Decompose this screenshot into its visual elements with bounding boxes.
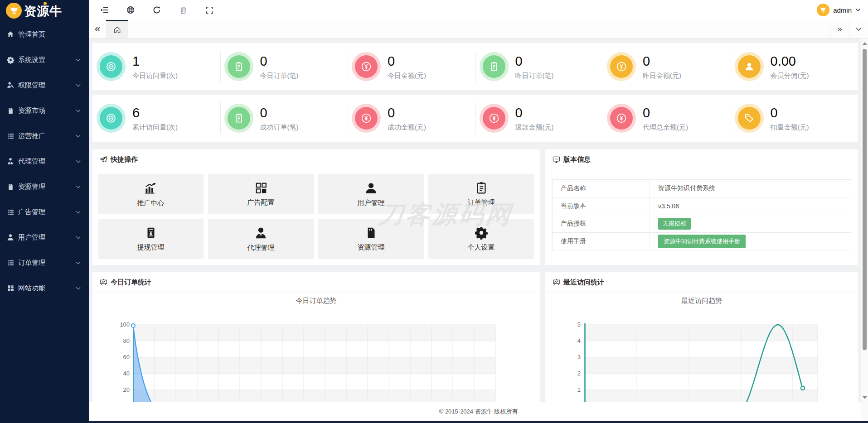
topbar: admin — [89, 0, 868, 20]
sidebar-item-system-settings[interactable]: 系统设置 — [0, 47, 89, 72]
stat-value: 0 — [388, 53, 426, 69]
app-logo[interactable]: 资源牛 — [0, 0, 89, 22]
quick-tile-order-mgmt[interactable]: 订单管理 — [428, 174, 534, 214]
stat-value: 0.00 — [771, 53, 809, 69]
stat-value: 0 — [260, 53, 299, 69]
sidebar-item-orders[interactable]: 订单管理 — [0, 250, 89, 275]
list-icon — [6, 132, 15, 140]
tile-label: 代理管理 — [247, 244, 275, 252]
panel-title: 最近访问统计 — [563, 278, 604, 287]
sidebar-item-home[interactable]: 管理首页 — [0, 22, 89, 47]
grid-icon — [6, 284, 15, 292]
scroll-up-icon[interactable] — [863, 42, 867, 45]
tabs-menu-icon[interactable] — [849, 20, 868, 38]
panel-header: 最近访问统计 — [545, 272, 858, 293]
sidebar-item-users[interactable]: 用户管理 — [0, 225, 89, 250]
y-tick: 4 — [545, 337, 581, 344]
sidebar-item-label: 资源管理 — [18, 183, 45, 191]
quick-tile-user-mgmt[interactable]: 用户管理 — [318, 174, 424, 214]
sidebar-item-label: 广告管理 — [18, 208, 45, 216]
tab-home[interactable] — [106, 20, 128, 38]
user-icon — [738, 55, 761, 78]
stat-value: 6 — [132, 105, 178, 120]
manual-link-badge[interactable]: 资源牛知识付费系统使用手册 — [658, 235, 746, 248]
money-yen-icon — [144, 226, 158, 240]
clipboard-icon — [483, 55, 505, 78]
chevron-down-icon — [76, 135, 81, 138]
sidebar-item-operations[interactable]: 运营推广 — [0, 123, 89, 149]
trash-icon[interactable] — [178, 5, 189, 15]
stat-label: 昨日金额(元) — [643, 72, 681, 80]
vertical-scrollbar[interactable] — [861, 38, 868, 421]
y-tick: 80 — [92, 337, 130, 344]
recent-visits-chart — [545, 293, 858, 402]
tile-label: 广告配置 — [247, 198, 275, 207]
quick-tile-withdrawals[interactable]: 提现管理 — [98, 219, 204, 259]
stat-success-orders: 0成功订单(笔) — [220, 95, 348, 142]
sidebar-item-permissions[interactable]: 权限管理 — [0, 72, 89, 98]
sidebar-item-site-features[interactable]: 网站功能 — [0, 275, 89, 301]
chevron-down-icon — [76, 185, 81, 188]
tile-label: 个人设置 — [468, 243, 495, 252]
tile-label: 推广中心 — [137, 199, 165, 207]
stat-label: 代理总余额(元) — [643, 123, 688, 132]
stat-yesterday-amount: 0昨日金额(元) — [603, 43, 731, 90]
tabs-scroll-right-icon[interactable]: » — [830, 20, 849, 38]
sidebar-item-resources[interactable]: 资源管理 — [0, 174, 89, 199]
chart-body: 最近访问趋势 5 4 3 — [545, 293, 858, 402]
quick-tile-agent-mgmt[interactable]: 代理管理 — [208, 219, 314, 259]
chevron-down-icon — [76, 236, 81, 239]
table-row: 产品名称 资源牛知识付费系统 — [553, 180, 851, 197]
sidebar-item-resource-market[interactable]: 资源市场 — [0, 98, 89, 123]
version-info-panel: 版本信息 产品名称 资源牛知识付费系统 当前版本 v3.5.06 产品授权 无需… — [545, 149, 858, 265]
tag-icon — [738, 107, 761, 130]
refresh-icon[interactable] — [151, 5, 162, 15]
scroll-down-icon[interactable] — [863, 396, 867, 399]
scrollbar-thumb[interactable] — [863, 49, 867, 350]
stat-label: 今日访问量(次) — [132, 72, 178, 80]
table-row: 当前版本 v3.5.06 — [553, 197, 851, 215]
tabs-scroll-left-icon[interactable]: « — [89, 20, 106, 38]
stat-label: 退款金额(元) — [515, 123, 554, 132]
sidebar-item-ads[interactable]: 广告管理 — [0, 199, 89, 225]
menu-fold-icon[interactable] — [99, 5, 110, 15]
eye-icon — [100, 107, 122, 130]
y-tick: 1 — [545, 386, 581, 393]
today-orders-chart — [92, 293, 540, 402]
eye-icon — [100, 55, 122, 78]
quick-tile-resource-mgmt[interactable]: 资源管理 — [318, 219, 424, 259]
stat-label: 成功订单(笔) — [260, 123, 299, 132]
stat-value: 0 — [515, 53, 554, 69]
tile-label: 资源管理 — [358, 243, 385, 252]
stat-value: 0 — [643, 53, 681, 69]
stat-yesterday-orders: 0昨日订单(笔) — [475, 43, 603, 90]
username: admin — [833, 6, 852, 14]
stat-agent-balance: 0代理总余额(元) — [603, 95, 731, 142]
user-menu[interactable]: admin — [817, 0, 861, 20]
sidebar-item-agents[interactable]: 代理管理 — [0, 149, 89, 174]
row-value: 资源牛知识付费系统 — [650, 184, 715, 192]
sidebar-item-label: 资源市场 — [18, 106, 45, 115]
quick-tile-promotion[interactable]: 推广中心 — [98, 174, 204, 214]
y-tick: 20 — [92, 386, 130, 393]
stat-today-amount: 0今日金额(元) — [348, 43, 475, 90]
quick-tile-ad-config[interactable]: 广告配置 — [208, 174, 314, 214]
footer: © 2015-2024 资源牛 版权所有 — [89, 402, 868, 421]
copyright-text: © 2015-2024 资源牛 版权所有 — [439, 408, 518, 416]
yen-circle-icon — [610, 55, 633, 78]
yen-circle-icon — [610, 107, 633, 130]
sidebar-item-label: 运营推广 — [18, 132, 45, 140]
panel-title: 版本信息 — [563, 155, 591, 164]
version-table: 产品名称 资源牛知识付费系统 当前版本 v3.5.06 产品授权 无需授权 使用… — [552, 179, 851, 250]
sidebar-item-label: 代理管理 — [18, 157, 45, 166]
tile-label: 提现管理 — [137, 243, 165, 252]
list-icon — [6, 208, 15, 216]
sidebar-item-label: 管理首页 — [18, 30, 45, 39]
row-label: 产品授权 — [553, 215, 650, 232]
quick-tile-personal-settings[interactable]: 个人设置 — [428, 219, 534, 259]
globe-icon[interactable] — [125, 5, 136, 15]
sidebar-menu: 管理首页 系统设置 权限管理 资源市场 运营推广 — [0, 22, 89, 301]
chevron-down-icon — [855, 8, 861, 12]
fullscreen-icon[interactable] — [204, 5, 215, 15]
y-tick: 40 — [92, 370, 130, 377]
